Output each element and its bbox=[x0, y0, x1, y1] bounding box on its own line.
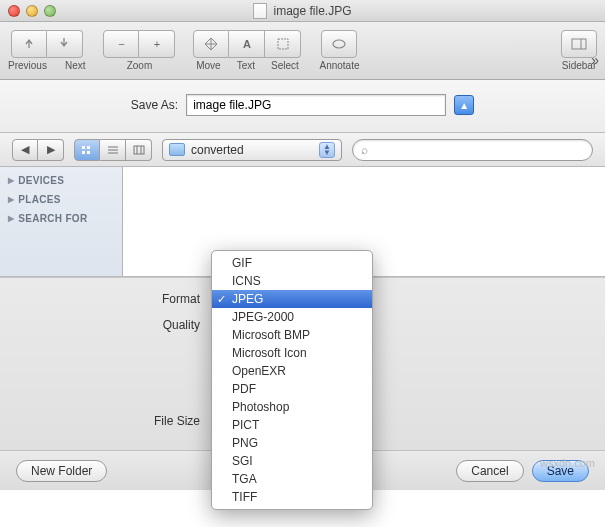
zoom-label: Zoom bbox=[127, 60, 153, 71]
window-titlebar: image file.JPG bbox=[0, 0, 605, 22]
sidebar-header-searchfor[interactable]: SEARCH FOR bbox=[0, 209, 122, 228]
collapse-sheet-button[interactable]: ▲ bbox=[454, 95, 474, 115]
path-popup[interactable]: converted ▲▼ bbox=[162, 139, 342, 161]
finder-sidebar: DEVICES PLACES SEARCH FOR bbox=[0, 167, 123, 276]
close-window-button[interactable] bbox=[8, 5, 20, 17]
next-button[interactable] bbox=[47, 30, 83, 58]
list-view-button[interactable] bbox=[100, 139, 126, 161]
column-view-button[interactable] bbox=[126, 139, 152, 161]
format-label: Format bbox=[20, 292, 200, 306]
cancel-button[interactable]: Cancel bbox=[456, 460, 523, 482]
search-input[interactable] bbox=[372, 143, 584, 157]
traffic-lights bbox=[8, 5, 56, 17]
format-option-png[interactable]: PNG bbox=[212, 434, 372, 452]
select-button[interactable] bbox=[265, 30, 301, 58]
popup-arrows-icon: ▲▼ bbox=[319, 142, 335, 158]
filesize-label: File Size bbox=[20, 414, 200, 428]
format-option-tga[interactable]: TGA bbox=[212, 470, 372, 488]
saveas-label: Save As: bbox=[131, 98, 178, 112]
format-option-microsoft-bmp[interactable]: Microsoft BMP bbox=[212, 326, 372, 344]
svg-rect-5 bbox=[87, 146, 90, 149]
zoom-out-button[interactable]: − bbox=[103, 30, 139, 58]
quality-label: Quality bbox=[20, 318, 200, 332]
zoom-window-button[interactable] bbox=[44, 5, 56, 17]
svg-rect-0 bbox=[278, 39, 288, 49]
main-toolbar: Previous Next − + Zoom A Move Text Selec… bbox=[0, 22, 605, 80]
back-button[interactable]: ◀ bbox=[12, 139, 38, 161]
text-label: Text bbox=[237, 60, 255, 71]
search-icon: ⌕ bbox=[361, 143, 368, 157]
format-dropdown-menu[interactable]: GIFICNSJPEGJPEG-2000Microsoft BMPMicroso… bbox=[211, 250, 373, 510]
format-option-pdf[interactable]: PDF bbox=[212, 380, 372, 398]
select-label: Select bbox=[271, 60, 299, 71]
format-option-openexr[interactable]: OpenEXR bbox=[212, 362, 372, 380]
forward-button[interactable]: ▶ bbox=[38, 139, 64, 161]
format-option-microsoft-icon[interactable]: Microsoft Icon bbox=[212, 344, 372, 362]
sidebar-header-places[interactable]: PLACES bbox=[0, 190, 122, 209]
window-title: image file.JPG bbox=[273, 4, 351, 18]
svg-rect-7 bbox=[87, 151, 90, 154]
format-option-sgi[interactable]: SGI bbox=[212, 452, 372, 470]
sidebar-header-devices[interactable]: DEVICES bbox=[0, 171, 122, 190]
svg-rect-6 bbox=[82, 151, 85, 154]
svg-point-1 bbox=[333, 40, 345, 48]
format-option-pict[interactable]: PICT bbox=[212, 416, 372, 434]
view-switcher bbox=[74, 139, 152, 161]
format-option-icns[interactable]: ICNS bbox=[212, 272, 372, 290]
svg-rect-11 bbox=[134, 146, 144, 154]
path-label: converted bbox=[191, 143, 244, 157]
icon-view-button[interactable] bbox=[74, 139, 100, 161]
folder-icon bbox=[169, 143, 185, 156]
watermark: wsxdn.com bbox=[540, 457, 595, 469]
svg-rect-4 bbox=[82, 146, 85, 149]
move-label: Move bbox=[196, 60, 220, 71]
toolbar-overflow-icon[interactable]: » bbox=[591, 52, 599, 68]
new-folder-button[interactable]: New Folder bbox=[16, 460, 107, 482]
saveas-input[interactable] bbox=[186, 94, 446, 116]
next-label: Next bbox=[65, 60, 86, 71]
annotate-button[interactable] bbox=[321, 30, 357, 58]
document-proxy-icon bbox=[253, 3, 267, 19]
format-option-gif[interactable]: GIF bbox=[212, 254, 372, 272]
history-nav: ◀ ▶ bbox=[12, 139, 64, 161]
format-option-jpeg[interactable]: JPEG bbox=[212, 290, 372, 308]
move-button[interactable] bbox=[193, 30, 229, 58]
format-option-tiff[interactable]: TIFF bbox=[212, 488, 372, 506]
format-option-jpeg-2000[interactable]: JPEG-2000 bbox=[212, 308, 372, 326]
finder-navbar: ◀ ▶ converted ▲▼ ⌕ bbox=[0, 133, 605, 167]
annotate-label: Annotate bbox=[319, 60, 359, 71]
previous-label: Previous bbox=[8, 60, 47, 71]
search-field[interactable]: ⌕ bbox=[352, 139, 593, 161]
save-sheet: Save As: ▲ bbox=[0, 80, 605, 133]
minimize-window-button[interactable] bbox=[26, 5, 38, 17]
svg-rect-2 bbox=[572, 39, 586, 49]
text-button[interactable]: A bbox=[229, 30, 265, 58]
previous-button[interactable] bbox=[11, 30, 47, 58]
zoom-in-button[interactable]: + bbox=[139, 30, 175, 58]
format-option-photoshop[interactable]: Photoshop bbox=[212, 398, 372, 416]
